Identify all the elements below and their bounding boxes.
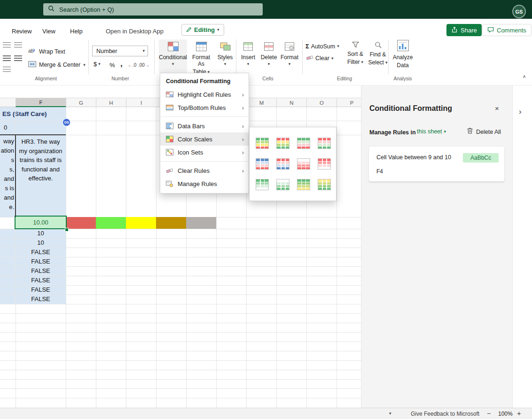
cell-merged-title[interactable]: ES (Staff Care) — [0, 107, 66, 121]
conditional-formatting-menu: Conditional Formatting Highlight Cell Ru… — [160, 73, 249, 194]
column-header-I[interactable]: I — [126, 98, 156, 107]
cell-g4-colored[interactable] — [66, 217, 96, 229]
close-icon[interactable]: × — [495, 104, 499, 112]
zoom-level[interactable]: 100% — [498, 411, 513, 417]
highlight-cell-rules-icon — [166, 91, 173, 98]
cell-e3-partial[interactable]: wayationss,ands isande. — [0, 135, 16, 217]
menu-item-clear-rules[interactable]: Clear Rules› — [160, 164, 249, 177]
color-scale-blue-white-red[interactable] — [256, 158, 269, 170]
rule-range: F4 — [376, 168, 383, 175]
delete-all-button[interactable]: Delete All — [467, 127, 501, 136]
e3-fragment: and — [0, 174, 14, 184]
color-scale-red-white[interactable] — [318, 158, 331, 170]
column-header-H[interactable]: H — [96, 98, 126, 107]
color-scale-green-white-red[interactable] — [297, 138, 310, 149]
color-scale-white-green[interactable] — [276, 179, 289, 190]
presence-badge[interactable]: GS — [63, 118, 70, 126]
gridline-h — [0, 388, 361, 389]
gridline-v — [336, 107, 337, 408]
rule-description: Cell Value between 9 and 10 — [376, 154, 451, 161]
zoom-out-button[interactable]: − — [487, 410, 491, 417]
menu-item-color-scales[interactable]: Color Scales› — [160, 132, 249, 146]
color-scale-green-white[interactable] — [256, 179, 269, 190]
gridline-v — [126, 107, 126, 408]
color-scale-green-yellow[interactable] — [297, 179, 310, 190]
cell-f5[interactable]: 10 — [16, 229, 66, 238]
e3-fragment: ation — [0, 146, 14, 155]
gridline-h — [0, 341, 361, 342]
expand-pane-icon[interactable]: › — [519, 107, 522, 116]
cell-f9[interactable]: FALSE — [16, 266, 66, 276]
cell-f11[interactable]: FALSE — [16, 285, 66, 295]
menu-item-data-bars[interactable]: Data Bars› — [160, 119, 249, 132]
color-scale-yellow-green[interactable] — [318, 179, 331, 190]
feedback-link[interactable]: Give Feedback to Microsoft — [411, 411, 479, 417]
chevron-down-icon: ▾ — [444, 130, 446, 134]
color-scale-white-red[interactable] — [297, 158, 310, 170]
column-header-N[interactable]: N — [276, 98, 306, 107]
gridline-h — [0, 313, 361, 314]
color-scale-green-yellow-red[interactable] — [256, 138, 269, 149]
gridline-h — [0, 323, 361, 323]
submenu-arrow-icon: › — [242, 104, 244, 111]
submenu-arrow-icon: › — [242, 91, 244, 98]
status-bar: ▾ Give Feedback to Microsoft − 100% + — [0, 408, 532, 419]
chevron-down-icon[interactable]: ▾ — [389, 411, 391, 416]
menu-item-manage-rules[interactable]: Manage Rules — [160, 177, 249, 190]
pane-title: Conditional Formatting — [369, 104, 452, 113]
gridline-h — [0, 332, 361, 333]
menu-title: Conditional Formatting — [160, 73, 249, 88]
column-header-G[interactable]: G — [66, 98, 96, 107]
color-scale-red-white-blue[interactable] — [276, 158, 289, 170]
gridline-h — [0, 360, 361, 361]
cell-f6[interactable]: 10 — [16, 238, 66, 248]
cell-f7[interactable]: FALSE — [16, 248, 66, 257]
menu-item-highlight-cell-rules[interactable]: Highlight Cell Rules› — [160, 88, 249, 101]
column-header-M[interactable]: M — [246, 98, 276, 107]
gridline-v — [66, 107, 66, 408]
cell-k4-colored[interactable] — [186, 217, 216, 229]
cell-border-dark-top — [0, 134, 66, 135]
e3-fragment: s is — [0, 184, 14, 193]
column-header-F[interactable]: F — [16, 98, 66, 107]
scope-dropdown[interactable]: this sheet ▾ — [417, 128, 446, 135]
submenu-arrow-icon: › — [242, 123, 244, 130]
gridline-v — [96, 107, 96, 408]
menu-item-label: Data Bars — [178, 123, 238, 130]
menu-separator — [161, 161, 248, 162]
rule-card[interactable]: Cell Value between 9 and 10 AaBbCc F4 — [369, 147, 504, 181]
icon-sets-icon — [166, 148, 173, 156]
column-header-O[interactable]: O — [306, 98, 336, 107]
menu-item-icon-sets[interactable]: Icon Sets› — [160, 146, 249, 159]
menu-item-label: Manage Rules — [178, 180, 244, 187]
gridline-h — [0, 398, 361, 398]
color-scale-red-white-green[interactable] — [318, 138, 331, 149]
cell-row2[interactable]: 0 — [0, 121, 66, 135]
cell-f12[interactable]: FALSE — [16, 295, 66, 304]
fill-handle[interactable] — [65, 228, 69, 232]
cell-h4-colored[interactable] — [96, 217, 126, 229]
gridline-v — [156, 107, 156, 408]
cell-f4-selected[interactable]: 10.00 — [15, 216, 67, 229]
top-bottom-rules-icon — [166, 104, 173, 111]
color-scales-gallery — [249, 127, 336, 201]
excel-web-app: GS Review View Help Open in Desktop App … — [0, 0, 532, 419]
cell-f3[interactable]: HR3. The way my organization trains its … — [16, 135, 66, 217]
menu-item-label: Color Scales — [178, 136, 238, 143]
manage-rules-icon — [166, 180, 173, 187]
clear-rules-icon — [166, 167, 173, 174]
e3-fragment: and — [0, 193, 14, 202]
color-scale-red-yellow-green[interactable] — [276, 138, 289, 149]
cell-i4-colored[interactable] — [126, 217, 156, 229]
cell-f8[interactable]: FALSE — [16, 257, 66, 266]
cell-j4-colored[interactable] — [156, 217, 186, 229]
cell-f10[interactable]: FALSE — [16, 276, 66, 285]
menu-item-label: Icon Sets — [178, 149, 238, 156]
color-scales-icon — [166, 135, 173, 143]
delete-all-label: Delete All — [476, 129, 501, 135]
menu-separator — [161, 116, 248, 117]
conditional-formatting-pane: Conditional Formatting × Manage Rules in… — [361, 85, 512, 408]
gridline-h — [0, 379, 361, 380]
menu-item-top-bottom-rules[interactable]: Top/Bottom Rules› — [160, 101, 249, 114]
zoom-in-button[interactable]: + — [517, 409, 521, 417]
